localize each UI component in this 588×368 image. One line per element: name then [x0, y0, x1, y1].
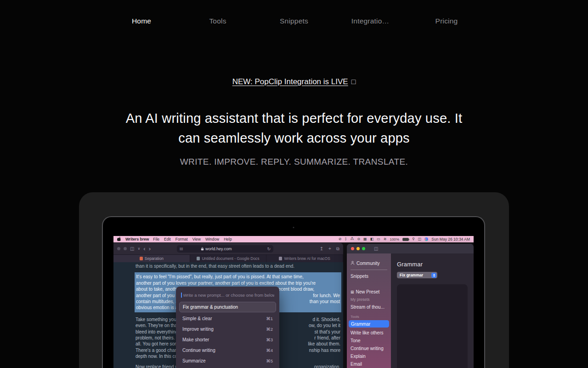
prompt-menu-item[interactable]: Improve writing ⌘2 — [179, 324, 276, 334]
tab-overview-icon[interactable]: ⧉ — [336, 247, 339, 251]
window-zoom-button[interactable] — [362, 247, 365, 250]
sidebar-item[interactable]: ⊞ New Preset — [351, 289, 387, 294]
window-minimize-button[interactable] — [124, 247, 127, 250]
plus-box-icon: ⊞ — [351, 290, 354, 294]
assistant-icon[interactable]: ● — [424, 237, 428, 241]
output-box[interactable] — [397, 284, 468, 368]
sidebar-item[interactable]: Community — [351, 261, 387, 266]
sidebar-toggle-icon[interactable]: ◫ — [374, 246, 378, 251]
menubar-menu[interactable]: View — [192, 237, 201, 242]
panel-title: Grammar — [397, 261, 468, 268]
search-icon[interactable]: ⚲ — [412, 237, 415, 241]
nav-item[interactable]: Integratio… — [332, 17, 408, 25]
menubar-menu[interactable]: Help — [224, 237, 232, 242]
users-icon[interactable]: ⁂ — [350, 237, 354, 241]
menubar-app-name[interactable]: Writers brew — [125, 237, 149, 242]
share-icon[interactable]: ↥ — [320, 247, 323, 251]
prompt-menu-item[interactable]: Summarize ⌘5 — [179, 356, 276, 366]
dropdown-stepper-icon — [431, 273, 436, 278]
apple-logo-icon[interactable] — [117, 236, 121, 242]
shortcut-label: ⌘1 — [266, 316, 273, 321]
menubar-clock[interactable]: Sun May 26 10:34 AM — [431, 237, 470, 242]
sidebar-item[interactable]: Stream of thou... — [351, 305, 387, 310]
prompt-menu: Fix grammar & punctuation Simple & clear… — [179, 302, 276, 366]
sidebar-toggle-icon[interactable]: ◫ — [130, 247, 134, 251]
sidebar-item[interactable]: Explain — [351, 354, 387, 359]
browser-toolbar: ◫ ∨ ‹ › ▤ world.hey.com ↻ — [113, 243, 343, 254]
shield-icon[interactable]: ⊘ — [339, 237, 342, 241]
macos-menubar: Writers brew FileEditFormatViewWindowHel… — [113, 236, 474, 242]
app-sidebar: Community Snippets — [347, 253, 391, 368]
prompt-menu-item[interactable]: Simple & clear ⌘1 — [179, 313, 276, 324]
person-icon — [351, 261, 355, 266]
display-icon[interactable]: ▭ — [377, 237, 380, 241]
desktop: ◫ ∨ ‹ › ▤ world.hey.com ↻ — [113, 242, 474, 368]
window-close-button[interactable] — [351, 247, 354, 250]
menubar-menu[interactable]: Edit — [164, 237, 171, 242]
sidebar-item[interactable]: Email — [351, 362, 387, 367]
bluetooth-icon[interactable]: ᛒ — [345, 237, 347, 241]
chevron-down-icon[interactable]: ∨ — [137, 247, 140, 251]
lock-icon — [201, 247, 204, 251]
tab-favicon-icon — [197, 257, 200, 260]
browser-tab[interactable]: Untitled document - Google Docs — [190, 255, 267, 262]
battery-icon — [402, 238, 409, 241]
menubar-menu[interactable]: Format — [175, 237, 188, 242]
keyboard-icon[interactable]: ▦ — [363, 237, 367, 241]
forward-icon[interactable]: › — [149, 247, 151, 251]
top-nav: HomeToolsSnippetsIntegratio…Pricing — [0, 0, 588, 42]
ai-prompt-popup: Write a new prompt... or choose one from… — [176, 287, 279, 368]
sidebar-item[interactable]: Tools — [351, 315, 387, 319]
nav-item[interactable]: Snippets — [256, 17, 332, 25]
announcement-row: NEW: PopClip Integration is LIVE□ — [0, 77, 588, 86]
sidebar-item[interactable]: Write like others — [351, 330, 387, 335]
laptop-camera — [293, 227, 294, 228]
pen-icon[interactable]: ◧ — [370, 237, 374, 241]
shortcut-label: ⌘4 — [266, 348, 273, 353]
sidebar-item[interactable]: Grammar — [349, 320, 389, 328]
sidebar-item[interactable]: Tone — [351, 338, 387, 343]
sidebar-item[interactable] — [351, 270, 387, 270]
battery-label: 100% — [390, 237, 399, 242]
laptop-screen: Writers brew FileEditFormatViewWindowHel… — [113, 236, 474, 368]
prompt-menu-item[interactable]: Continue writing ⌘4 — [179, 345, 276, 356]
sidebar-item[interactable] — [351, 282, 387, 287]
prompt-input[interactable]: Write a new prompt... or choose one from… — [179, 287, 276, 302]
headline-line-1: An AI writing assistant that is perfect … — [126, 111, 463, 126]
window-close-button[interactable] — [117, 247, 120, 250]
sidebar-item[interactable]: My presets — [351, 297, 387, 302]
reload-icon[interactable]: ↻ — [267, 247, 271, 251]
sidebar-item[interactable]: Snippets — [351, 274, 387, 279]
dnd-icon[interactable]: ⊖ — [357, 237, 360, 241]
tagline: WRITE. IMPROVE. REPLY. SUMMARIZE. TRANSL… — [0, 157, 588, 167]
nav-item[interactable]: Home — [103, 17, 180, 25]
new-tab-icon[interactable]: + — [328, 247, 331, 251]
browser-tab[interactable]: Separation — [113, 255, 190, 262]
page-title: An AI writing assistant that is perfect … — [87, 109, 501, 148]
doc-intro-line: than it is specifically, but in the end,… — [136, 263, 340, 269]
wifi-icon[interactable]: ≋ — [384, 237, 387, 241]
writersbrew-window: ◫ Community — [347, 244, 474, 368]
prompt-menu-item[interactable]: Make shorter ⌘3 — [179, 334, 276, 345]
prompt-menu-item[interactable]: Fix grammar & punctuation — [179, 302, 276, 312]
back-icon[interactable]: ‹ — [143, 247, 145, 251]
grammar-dropdown[interactable]: Fix grammar — [397, 272, 437, 278]
url-text: world.hey.com — [205, 247, 232, 251]
address-bar[interactable]: ▤ world.hey.com ↻ — [177, 245, 273, 253]
app-main-panel: Grammar Fix grammar — [391, 253, 474, 368]
dropdown-value: Fix grammar — [400, 273, 423, 277]
page-settings-icon[interactable]: ▤ — [180, 247, 183, 251]
sidebar-item[interactable]: Continue writing — [351, 346, 387, 351]
tab-bar: Separation Untitled document - Google Do… — [113, 254, 343, 262]
browser-tab[interactable]: Writers brew AI for macOS — [266, 255, 343, 262]
menubar-menu[interactable]: File — [153, 237, 159, 242]
doc-line: another part of you loves your partner, … — [136, 280, 340, 286]
shortcut-label: ⌘3 — [266, 337, 273, 342]
window-minimize-button[interactable] — [356, 247, 360, 250]
text-caret — [181, 293, 182, 298]
menubar-menu[interactable]: Window — [205, 237, 219, 242]
nav-item[interactable]: Tools — [180, 17, 256, 25]
toggles-icon[interactable]: ◫ — [418, 237, 422, 241]
announcement-link[interactable]: NEW: PopClip Integration is LIVE — [232, 77, 348, 86]
nav-item[interactable]: Pricing — [408, 17, 485, 25]
